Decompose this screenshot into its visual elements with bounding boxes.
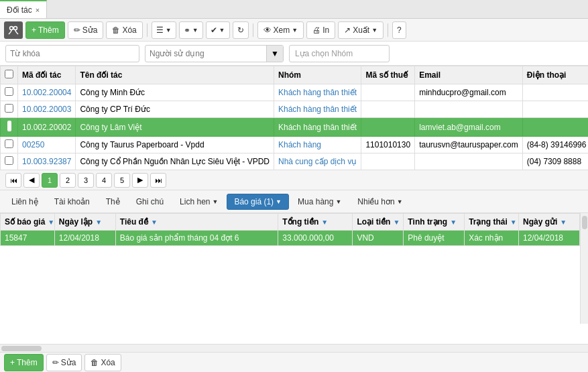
filter-trang-thai-icon[interactable]: ▼	[510, 219, 517, 226]
filter-tong-tien-icon[interactable]: ▼	[321, 219, 328, 226]
help-button[interactable]: ?	[392, 21, 406, 39]
filter-tieu-de-icon[interactable]: ▼	[151, 219, 158, 226]
row-link-ma[interactable]: 10.003.92387	[22, 157, 71, 166]
bottom-edit-label: Sửa	[61, 358, 76, 367]
sep1	[147, 23, 148, 37]
table-row[interactable]: 10.003.92387Công ty Cổ Phần Nguồn Nhân L…	[1, 153, 589, 170]
export-button[interactable]: ↗ Xuất ▼	[338, 21, 384, 39]
link-icon: ⚭	[184, 25, 190, 35]
bottom-add-button[interactable]: + Thêm	[4, 354, 44, 371]
main-table-body: 10.002.20004Công ty Minh ĐứcKhách hàng t…	[1, 84, 589, 170]
filter-ngay-lap-icon[interactable]: ▼	[95, 219, 102, 226]
table-row[interactable]: 10.002.20003Công ty CP Trí ĐứcKhách hàng…	[1, 101, 589, 118]
sub-tab-lich-hen[interactable]: Lich hen ▼	[172, 194, 225, 210]
table-row[interactable]: 00250Công ty Taurus Paperboard - VpddKhá…	[1, 137, 589, 153]
main-toolbar: + Thêm ✏ Sửa 🗑 Xóa ☰ ▼ ⚭ ▼ ✔ ▼ ↻ 👁	[0, 19, 588, 42]
svg-point-0	[10, 26, 13, 29]
sub-tab-bar: Liên hệ Tài khoản Thẻ Ghi chú Lich hen ▼…	[0, 190, 588, 213]
add-button[interactable]: + Thêm	[25, 21, 65, 39]
pagination-prev[interactable]: ◀	[23, 173, 40, 188]
row-link-nhom[interactable]: Khách hàng thân thiết	[278, 88, 357, 97]
sub-tab-mua-hang[interactable]: Mua hàng ▼	[290, 194, 349, 210]
tab-close-icon[interactable]: ×	[36, 6, 40, 14]
user-dropdown-arrow[interactable]: ▼	[266, 46, 283, 62]
sub-tab-ghi-chu[interactable]: Ghi chú	[129, 194, 171, 210]
sub-tab-nhieu-hon[interactable]: Nhiều hơn ▼	[350, 194, 410, 210]
bottom-edit-button[interactable]: ✏ Sửa	[46, 354, 82, 371]
row-link-ma[interactable]: 10.002.20004	[22, 88, 71, 97]
print-button[interactable]: 🖨 In	[306, 21, 335, 39]
th-ma-doi-tac: Mã đối tác	[18, 66, 76, 84]
app-layout: Đối tác × + Thêm ✏ Sửa 🗑 Xóa ☰ ▼ ⚭ ▼	[0, 0, 588, 372]
pagination-page-3[interactable]: 3	[78, 173, 94, 188]
row-cell-maso	[361, 101, 415, 118]
check-button[interactable]: ✔ ▼	[206, 21, 230, 39]
group-select[interactable]: Lựa chọn Nhóm	[289, 45, 390, 62]
filter-tinh-trang-icon[interactable]: ▼	[450, 219, 457, 226]
bottom-toolbar: + Thêm ✏ Sửa 🗑 Xóa	[0, 352, 588, 372]
select-all-checkbox[interactable]	[5, 70, 13, 78]
row-checkbox[interactable]	[5, 139, 13, 148]
row-link-nhom[interactable]: Khách hàng thân thiết	[278, 105, 357, 114]
bottom-delete-button[interactable]: 🗑 Xóa	[84, 354, 121, 371]
sub-table-body: 15847 12/04/2018 Báo giá sản phẩm tháng …	[1, 231, 580, 246]
pagination-page-4[interactable]: 4	[96, 173, 112, 188]
row-cell-email	[415, 101, 523, 118]
row-link-ma[interactable]: 10.002.20003	[22, 105, 71, 114]
sub-scrollbar-x[interactable]	[0, 344, 588, 352]
view-button[interactable]: 👁 Xem ▼	[257, 21, 304, 39]
sub-tab-bao-gia[interactable]: Báo giá (1) ▼	[227, 194, 289, 210]
pagination-last[interactable]: ⏭	[150, 173, 166, 188]
pagination-page-5[interactable]: 5	[114, 173, 130, 188]
row-cell-ma: 00250	[18, 137, 76, 153]
row-link-nhom[interactable]: Khách hàng	[278, 140, 321, 149]
sub-scrollbar-thumb-x	[1, 346, 42, 351]
delete-button[interactable]: 🗑 Xóa	[106, 21, 142, 39]
pagination-first[interactable]: ⏮	[5, 173, 21, 188]
sub-tab-tai-khoan[interactable]: Tài khoản	[47, 194, 97, 210]
sub-scrollbar-y[interactable]	[580, 213, 588, 324]
sub-tab-lien-he[interactable]: Liên hệ	[4, 194, 46, 210]
main-table: Mã đối tác Tên đối tác Nhóm Mã số thuế E…	[0, 66, 588, 170]
edit-button[interactable]: ✏ Sửa	[68, 21, 104, 39]
row-checkbox[interactable]	[5, 87, 13, 96]
help-icon: ?	[397, 25, 402, 35]
row-cell-ten: Công ty Cổ Phần Nguồn Nhân Lực Siêu Việt…	[76, 153, 274, 170]
table-row[interactable]: 10.002.20004Công ty Minh ĐứcKhách hàng t…	[1, 84, 589, 101]
bao-gia-dropdown-arrow: ▼	[276, 198, 282, 205]
keyword-input[interactable]	[5, 45, 139, 62]
sub-cell-ngay-gui: 12/04/2018	[518, 231, 579, 246]
row-link-ma[interactable]: 10.002.20002	[22, 123, 71, 132]
row-cell-ten: Công ty Minh Đức	[76, 84, 274, 101]
pagination-page-1[interactable]: 1	[42, 173, 58, 188]
menu-button[interactable]: ☰ ▼	[152, 21, 176, 39]
link-dropdown-arrow: ▼	[192, 27, 198, 34]
sub-table-row[interactable]: 15847 12/04/2018 Báo giá sản phẩm tháng …	[1, 231, 580, 246]
th-ma-so-thue: Mã số thuế	[361, 66, 415, 84]
refresh-icon: ↻	[237, 25, 244, 35]
filter-loai-tien-icon[interactable]: ▼	[393, 219, 400, 226]
row-link-nhom[interactable]: Khách hàng thân thiết	[278, 123, 357, 132]
pagination-page-2[interactable]: 2	[60, 173, 76, 188]
row-checkbox[interactable]	[5, 156, 13, 165]
row-checkbox[interactable]	[5, 104, 13, 113]
sub-th-tong-tien: Tổng tiền ▼	[278, 214, 353, 231]
link-button[interactable]: ⚭ ▼	[179, 21, 203, 39]
delete-label: Xóa	[122, 25, 136, 35]
main-table-wrap: Mã đối tác Tên đối tác Nhóm Mã số thuế E…	[0, 66, 588, 170]
filter-ngay-gui-icon[interactable]: ▼	[560, 219, 567, 226]
sub-th-tieu-de: Tiêu đề ▼	[115, 214, 278, 231]
user-input[interactable]	[145, 47, 266, 60]
table-row[interactable]: 10.002.20002Công ty Lâm ViệtKhách hàng t…	[1, 118, 589, 137]
tab-doi-tac[interactable]: Đối tác ×	[0, 0, 47, 18]
export-icon: ↗	[344, 25, 351, 35]
row-link-ma[interactable]: 00250	[22, 140, 44, 149]
refresh-button[interactable]: ↻	[233, 21, 249, 39]
pagination-next[interactable]: ▶	[132, 173, 148, 188]
sub-tab-the[interactable]: Thẻ	[99, 194, 127, 210]
bottom-delete-icon: 🗑	[91, 358, 99, 367]
filter-so-bao-gia-icon[interactable]: ▼	[48, 219, 54, 226]
row-link-nhom[interactable]: Nhà cung cấp dịch vụ	[278, 157, 357, 166]
row-cell-nhom: Nhà cung cấp dịch vụ	[274, 153, 361, 170]
row-checkbox-cell	[1, 153, 18, 170]
